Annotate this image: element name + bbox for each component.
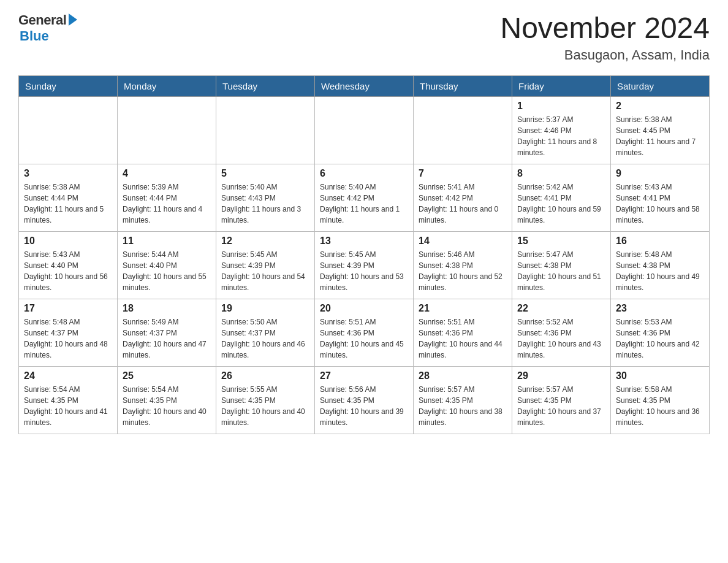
page-header: General Blue November 2024 Basugaon, Ass… [18, 12, 710, 63]
logo-arrow-icon [69, 13, 77, 26]
day-number: 30 [616, 370, 704, 381]
calendar-cell: 18Sunrise: 5:49 AMSunset: 4:37 PMDayligh… [118, 299, 216, 366]
weekday-header-sunday: Sunday [19, 75, 118, 96]
day-info: Sunrise: 5:47 AMSunset: 4:38 PMDaylight:… [517, 249, 605, 293]
day-number: 2 [616, 101, 704, 112]
calendar-row: 3Sunrise: 5:38 AMSunset: 4:44 PMDaylight… [19, 164, 710, 231]
title-section: November 2024 Basugaon, Assam, India [500, 12, 710, 63]
day-info: Sunrise: 5:41 AMSunset: 4:42 PMDaylight:… [419, 182, 507, 226]
day-info: Sunrise: 5:49 AMSunset: 4:37 PMDaylight:… [123, 316, 211, 361]
calendar-cell: 15Sunrise: 5:47 AMSunset: 4:38 PMDayligh… [512, 231, 611, 299]
day-info: Sunrise: 5:58 AMSunset: 4:35 PMDaylight:… [616, 384, 704, 428]
day-number: 8 [517, 168, 605, 179]
calendar-cell: 9Sunrise: 5:43 AMSunset: 4:41 PMDaylight… [611, 164, 710, 231]
weekday-header-saturday: Saturday [611, 75, 710, 96]
day-number: 9 [616, 168, 704, 179]
calendar-cell [216, 96, 315, 164]
day-info: Sunrise: 5:48 AMSunset: 4:37 PMDaylight:… [24, 316, 112, 361]
logo-general-text: General [18, 12, 66, 28]
day-info: Sunrise: 5:38 AMSunset: 4:45 PMDaylight:… [616, 114, 704, 158]
calendar-cell: 13Sunrise: 5:45 AMSunset: 4:39 PMDayligh… [315, 231, 414, 299]
day-number: 17 [24, 303, 112, 314]
day-info: Sunrise: 5:51 AMSunset: 4:36 PMDaylight:… [320, 316, 408, 361]
day-number: 16 [616, 236, 704, 247]
day-info: Sunrise: 5:42 AMSunset: 4:41 PMDaylight:… [517, 182, 605, 226]
day-number: 20 [320, 303, 408, 314]
calendar-row: 10Sunrise: 5:43 AMSunset: 4:40 PMDayligh… [19, 231, 710, 299]
day-info: Sunrise: 5:53 AMSunset: 4:36 PMDaylight:… [616, 316, 704, 361]
day-info: Sunrise: 5:55 AMSunset: 4:35 PMDaylight:… [221, 384, 309, 428]
calendar-cell: 27Sunrise: 5:56 AMSunset: 4:35 PMDayligh… [315, 366, 414, 434]
day-info: Sunrise: 5:45 AMSunset: 4:39 PMDaylight:… [320, 249, 408, 293]
day-info: Sunrise: 5:45 AMSunset: 4:39 PMDaylight:… [221, 249, 309, 293]
day-info: Sunrise: 5:43 AMSunset: 4:40 PMDaylight:… [24, 249, 112, 293]
day-info: Sunrise: 5:54 AMSunset: 4:35 PMDaylight:… [24, 384, 112, 428]
day-number: 1 [517, 101, 605, 112]
day-info: Sunrise: 5:57 AMSunset: 4:35 PMDaylight:… [419, 384, 507, 428]
weekday-header-wednesday: Wednesday [315, 75, 414, 96]
day-number: 21 [419, 303, 507, 314]
day-number: 15 [517, 236, 605, 247]
calendar-cell: 25Sunrise: 5:54 AMSunset: 4:35 PMDayligh… [118, 366, 216, 434]
day-info: Sunrise: 5:43 AMSunset: 4:41 PMDaylight:… [616, 182, 704, 226]
day-info: Sunrise: 5:38 AMSunset: 4:44 PMDaylight:… [24, 182, 112, 226]
day-info: Sunrise: 5:40 AMSunset: 4:42 PMDaylight:… [320, 182, 408, 226]
weekday-header-tuesday: Tuesday [216, 75, 315, 96]
day-info: Sunrise: 5:50 AMSunset: 4:37 PMDaylight:… [221, 316, 309, 361]
day-number: 11 [123, 236, 211, 247]
day-info: Sunrise: 5:57 AMSunset: 4:35 PMDaylight:… [517, 384, 605, 428]
weekday-header-monday: Monday [118, 75, 216, 96]
weekday-header-thursday: Thursday [414, 75, 512, 96]
calendar-cell [19, 96, 118, 164]
calendar-cell: 19Sunrise: 5:50 AMSunset: 4:37 PMDayligh… [216, 299, 315, 366]
calendar-cell: 17Sunrise: 5:48 AMSunset: 4:37 PMDayligh… [19, 299, 118, 366]
calendar-cell: 16Sunrise: 5:48 AMSunset: 4:38 PMDayligh… [611, 231, 710, 299]
day-info: Sunrise: 5:54 AMSunset: 4:35 PMDaylight:… [123, 384, 211, 428]
calendar-cell: 21Sunrise: 5:51 AMSunset: 4:36 PMDayligh… [414, 299, 512, 366]
calendar-cell: 4Sunrise: 5:39 AMSunset: 4:44 PMDaylight… [118, 164, 216, 231]
day-info: Sunrise: 5:46 AMSunset: 4:38 PMDaylight:… [419, 249, 507, 293]
calendar-row: 24Sunrise: 5:54 AMSunset: 4:35 PMDayligh… [19, 366, 710, 434]
day-info: Sunrise: 5:40 AMSunset: 4:43 PMDaylight:… [221, 182, 309, 226]
location-title: Basugaon, Assam, India [500, 47, 710, 63]
calendar-header-row: SundayMondayTuesdayWednesdayThursdayFrid… [19, 75, 710, 96]
calendar-cell: 30Sunrise: 5:58 AMSunset: 4:35 PMDayligh… [611, 366, 710, 434]
calendar-cell: 3Sunrise: 5:38 AMSunset: 4:44 PMDaylight… [19, 164, 118, 231]
calendar-cell: 20Sunrise: 5:51 AMSunset: 4:36 PMDayligh… [315, 299, 414, 366]
calendar-cell: 23Sunrise: 5:53 AMSunset: 4:36 PMDayligh… [611, 299, 710, 366]
day-info: Sunrise: 5:56 AMSunset: 4:35 PMDaylight:… [320, 384, 408, 428]
calendar-cell: 2Sunrise: 5:38 AMSunset: 4:45 PMDaylight… [611, 96, 710, 164]
calendar-cell: 14Sunrise: 5:46 AMSunset: 4:38 PMDayligh… [414, 231, 512, 299]
day-number: 18 [123, 303, 211, 314]
logo-blue-text: Blue [20, 28, 49, 44]
calendar-cell: 10Sunrise: 5:43 AMSunset: 4:40 PMDayligh… [19, 231, 118, 299]
day-info: Sunrise: 5:51 AMSunset: 4:36 PMDaylight:… [419, 316, 507, 361]
day-number: 14 [419, 236, 507, 247]
calendar-cell: 24Sunrise: 5:54 AMSunset: 4:35 PMDayligh… [19, 366, 118, 434]
day-number: 13 [320, 236, 408, 247]
day-info: Sunrise: 5:52 AMSunset: 4:36 PMDaylight:… [517, 316, 605, 361]
calendar-cell: 6Sunrise: 5:40 AMSunset: 4:42 PMDaylight… [315, 164, 414, 231]
calendar-cell: 26Sunrise: 5:55 AMSunset: 4:35 PMDayligh… [216, 366, 315, 434]
day-info: Sunrise: 5:48 AMSunset: 4:38 PMDaylight:… [616, 249, 704, 293]
day-info: Sunrise: 5:39 AMSunset: 4:44 PMDaylight:… [123, 182, 211, 226]
day-info: Sunrise: 5:37 AMSunset: 4:46 PMDaylight:… [517, 114, 605, 158]
calendar-cell: 11Sunrise: 5:44 AMSunset: 4:40 PMDayligh… [118, 231, 216, 299]
day-number: 4 [123, 168, 211, 179]
calendar-cell: 7Sunrise: 5:41 AMSunset: 4:42 PMDaylight… [414, 164, 512, 231]
calendar-cell: 8Sunrise: 5:42 AMSunset: 4:41 PMDaylight… [512, 164, 611, 231]
day-number: 24 [24, 370, 112, 381]
day-number: 26 [221, 370, 309, 381]
day-number: 6 [320, 168, 408, 179]
day-number: 22 [517, 303, 605, 314]
calendar-row: 1Sunrise: 5:37 AMSunset: 4:46 PMDaylight… [19, 96, 710, 164]
day-number: 7 [419, 168, 507, 179]
calendar-cell: 12Sunrise: 5:45 AMSunset: 4:39 PMDayligh… [216, 231, 315, 299]
day-number: 23 [616, 303, 704, 314]
calendar-cell: 1Sunrise: 5:37 AMSunset: 4:46 PMDaylight… [512, 96, 611, 164]
calendar-cell: 29Sunrise: 5:57 AMSunset: 4:35 PMDayligh… [512, 366, 611, 434]
day-number: 25 [123, 370, 211, 381]
day-number: 12 [221, 236, 309, 247]
day-number: 3 [24, 168, 112, 179]
month-title: November 2024 [500, 12, 710, 45]
